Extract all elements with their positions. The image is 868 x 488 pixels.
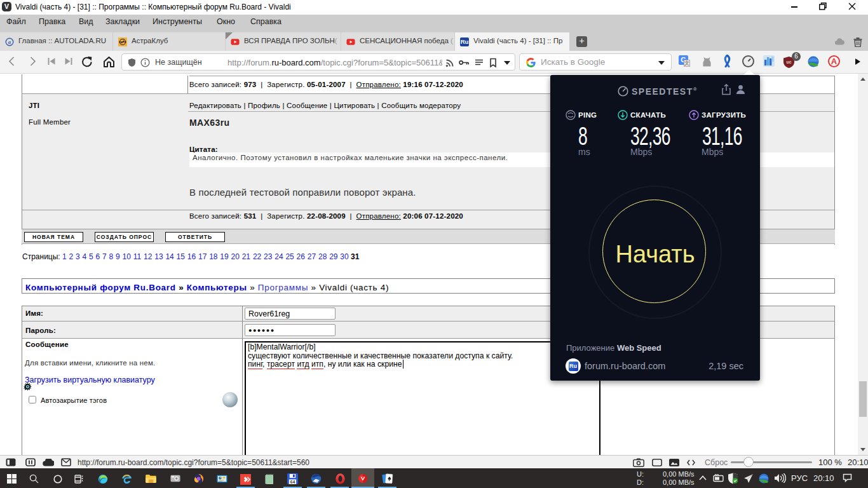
svg-text:64: 64 [290, 480, 295, 484]
svg-text:a: a [8, 39, 11, 45]
svg-text:uc: uc [786, 60, 791, 64]
